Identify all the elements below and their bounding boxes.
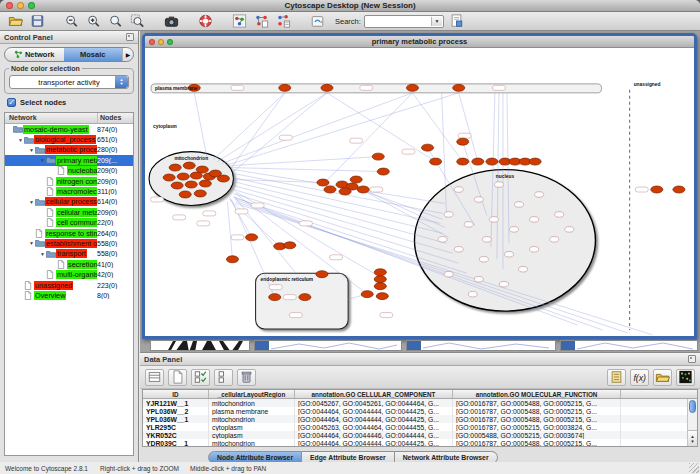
network-node[interactable] [499,281,508,287]
selected-network-node[interactable] [163,174,175,181]
network-node[interactable] [565,227,574,233]
delete-attribute-icon[interactable] [237,369,256,386]
scrollbar-thumb[interactable] [689,400,696,413]
table-row[interactable]: YDR039C__1mitochondrion[GO:0044464, GO:0… [143,439,697,447]
network-node[interactable] [550,237,559,243]
edge[interactable] [231,157,378,166]
selected-network-node[interactable] [457,138,469,145]
zoom-fit-icon[interactable] [107,13,124,29]
tree-row[interactable]: cellular metabol209(0) [5,207,133,217]
table-row[interactable]: YPL036W__1mitochondrion[GO:0044464, GO:0… [143,415,697,423]
vizmapper-icon[interactable] [231,13,248,29]
tree-row[interactable]: cell communicat22(0) [5,218,133,228]
tree-row[interactable]: ▼metabolic process280(0) [5,145,133,155]
background-window-fragment[interactable] [406,340,556,351]
selected-network-node[interactable] [284,242,296,249]
selected-network-node[interactable] [339,188,351,195]
background-window-fragment[interactable] [254,340,402,351]
zoom-selected-icon[interactable] [129,13,146,29]
resize-grip[interactable] [689,463,699,473]
edge[interactable] [459,93,478,162]
edge[interactable] [221,93,412,164]
disclosure-triangle-icon[interactable]: ▼ [39,251,46,257]
scrollbar-arrows[interactable]: ▲▼ [688,430,697,446]
column-header[interactable]: annotation.GO MOLECULAR_FUNCTION [453,390,621,398]
manage-plugins-icon[interactable] [309,13,326,29]
zoom-out-icon[interactable] [63,13,80,29]
selected-network-node[interactable] [199,180,211,187]
tree-row[interactable]: macromolecule311(0) [5,186,133,196]
tree-row[interactable]: ▼transport558(0) [5,249,133,259]
open-session-icon[interactable] [7,13,24,29]
selected-network-node[interactable] [357,186,369,193]
search-input[interactable] [365,16,429,27]
network-node[interactable] [438,237,447,243]
selected-network-node[interactable] [217,175,229,182]
background-network-label-fragment[interactable] [150,340,250,351]
table-row[interactable]: YKR052Ccytoplasm[GO:0044464, GO:0044446,… [143,431,697,439]
selected-network-node[interactable] [486,158,498,165]
tab-mosaic[interactable]: Mosaic [64,48,123,61]
float-panel-icon[interactable] [688,355,696,363]
selected-network-node[interactable] [453,84,465,91]
selected-network-node[interactable] [299,294,311,301]
edge[interactable] [225,93,458,166]
network-graph[interactable]: plasma membranecytoplasmmitochondrionnuc… [145,48,694,336]
search-combobox[interactable]: ▼ [364,15,444,28]
selected-network-node[interactable] [374,276,386,283]
heatmap-icon[interactable] [676,369,695,386]
selected-network-node[interactable] [194,190,206,197]
tree-row[interactable]: response to stimul264(0) [5,228,133,238]
edge[interactable] [233,93,327,172]
network-node[interactable] [494,182,503,188]
edge[interactable] [327,93,436,162]
formula-builder-icon[interactable]: f(x) [630,369,649,386]
tree-row[interactable]: ▼primary metabol209(... [5,155,133,165]
selected-network-node[interactable] [374,269,386,276]
selected-network-node[interactable] [422,144,434,151]
import-attributes-icon[interactable] [653,369,672,386]
annotation-network-icon[interactable] [253,13,270,29]
selected-network-node[interactable] [316,271,328,278]
selected-network-node[interactable] [350,176,362,183]
tree-row[interactable]: ▼cellular process614(0) [5,197,133,207]
network-node[interactable] [444,271,453,277]
network-node[interactable] [530,217,539,223]
window-titlebar[interactable]: Cytoscape Desktop (New Session) [0,0,700,12]
selected-network-node[interactable] [472,158,484,165]
select-nodes-checkbox[interactable]: ✓ [7,98,16,107]
tree-row[interactable]: multi-organism pro42(0) [5,269,133,279]
selected-network-node[interactable] [279,84,291,91]
network-node[interactable] [482,237,491,243]
chevron-down-icon[interactable]: ▼ [431,17,442,26]
network-node[interactable] [454,187,463,193]
network-node[interactable] [464,222,473,228]
tab-overflow-arrow-icon[interactable]: ▶ [122,48,133,61]
selected-network-node[interactable] [673,186,685,193]
selected-network-node[interactable] [651,186,663,193]
network-node[interactable] [509,227,518,233]
selected-network-node[interactable] [177,173,189,180]
zoom-in-icon[interactable] [85,13,102,29]
selected-network-node[interactable] [372,153,384,160]
edge[interactable] [233,195,295,273]
tree-row[interactable]: Overview8(0) [5,290,133,300]
disclosure-triangle-icon[interactable]: ▼ [17,137,24,143]
edge[interactable] [231,93,284,168]
network-node[interactable] [504,251,513,257]
selected-network-node[interactable] [529,158,541,165]
network-node[interactable] [489,217,498,223]
disclosure-triangle-icon[interactable]: ▼ [28,240,35,246]
tree-row[interactable]: ▼establishment of lo558(0) [5,238,133,248]
network-frame[interactable]: primary metabolic process plasma membran… [142,33,697,339]
plasma-membrane-region[interactable] [151,84,601,93]
snapshot-icon[interactable] [163,13,180,29]
selected-network-node[interactable] [179,191,191,198]
selected-network-node[interactable] [183,162,195,169]
tree-row[interactable]: ▼biological_process651(0) [5,134,133,144]
float-panel-icon[interactable] [126,33,134,41]
table-scrollbar[interactable]: ▲▼ [687,399,697,446]
network-node[interactable] [474,197,483,203]
disclosure-triangle-icon[interactable]: ▼ [39,157,46,163]
selected-network-node[interactable] [171,182,183,189]
